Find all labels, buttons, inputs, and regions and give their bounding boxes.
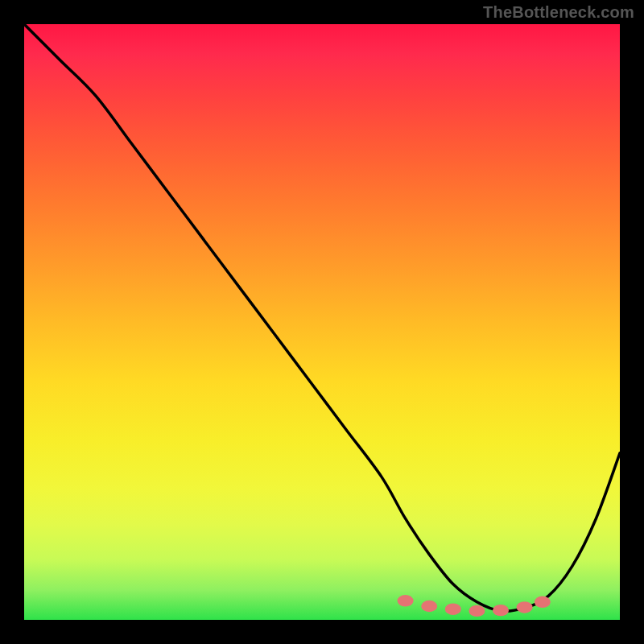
- bottom-marker-group: [398, 595, 551, 617]
- bottom-marker: [535, 597, 551, 608]
- bottom-marker: [517, 601, 533, 613]
- chart-stage: TheBottleneck.com: [0, 0, 644, 644]
- bottom-marker: [398, 595, 414, 606]
- watermark-text: TheBottleneck.com: [483, 3, 634, 22]
- bottleneck-curve: [24, 24, 620, 611]
- bottom-marker: [421, 601, 437, 612]
- bottom-marker: [493, 605, 509, 616]
- bottom-marker: [469, 605, 485, 617]
- bottom-marker: [445, 603, 461, 614]
- plot-area: [24, 24, 620, 620]
- plot-svg: [24, 24, 620, 620]
